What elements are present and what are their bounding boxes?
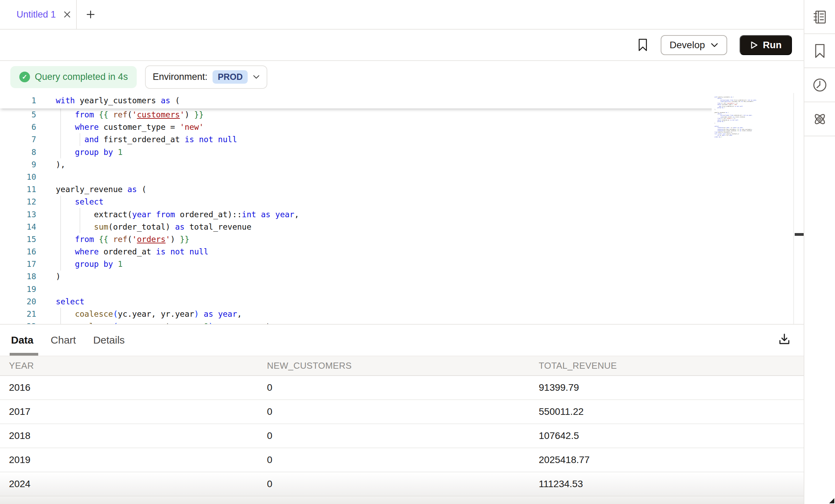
environment-selector[interactable]: Environment: PROD [145,65,267,89]
notebook-panel-button[interactable] [804,0,835,34]
table-cell: 0 [267,430,539,441]
sql-editor[interactable]: 5 from {{ ref('customers') }}6 where cus… [0,93,804,324]
main-column: Untitled 1 Develop [0,0,804,504]
table-header-row: YEARNEW_CUSTOMERSTOTAL_REVENUE [0,356,804,376]
code-line[interactable]: 15 from {{ ref('orders') }} [0,233,804,245]
table-cell: 107642.5 [539,430,804,441]
check-icon: ✓ [19,72,30,82]
line-number: 8 [0,146,36,158]
history-panel-button[interactable] [804,68,835,102]
download-results-button[interactable] [777,332,791,347]
code-line[interactable]: 20select [0,295,804,308]
notebook-icon [812,9,828,25]
table-cell: 2017 [0,406,267,417]
close-icon[interactable] [63,10,72,19]
line-number: 11 [0,183,36,196]
line-number: 20 [0,295,36,308]
extension-panel-button[interactable] [804,102,835,136]
run-label: Run [763,40,782,51]
line-number: 5 [0,108,36,121]
download-icon [777,332,791,346]
indent-guide [60,196,61,271]
code-line[interactable]: 6 where customer_type = 'new' [0,121,804,133]
chevron-down-icon [711,43,718,48]
column-header: NEW_CUSTOMERS [267,360,539,371]
table-row[interactable]: 20240111234.53 [0,472,804,496]
tab-details-label: Details [93,334,125,346]
environment-badge: PROD [213,70,248,84]
table-row[interactable]: 20170550011.22 [0,400,804,424]
results-tab-bar: Data Chart Details [0,325,804,356]
table-cell: 2024 [0,479,267,490]
code-line[interactable]: 10 [0,171,804,183]
line-number: 15 [0,233,36,245]
code-line[interactable]: 18) [0,270,804,283]
table-cell: 91399.79 [539,382,804,393]
results-panel: Data Chart Details YEARNEW_CUSTOMERSTOTA… [0,324,804,504]
run-button[interactable]: Run [740,35,792,55]
indent-guide [80,208,80,233]
toolbar: Develop Run [0,30,804,61]
table-cell: 111234.53 [539,479,804,490]
code-line[interactable]: 9), [0,158,804,171]
code-line[interactable]: 11yearly_revenue as ( [0,183,804,196]
bookmark-button[interactable] [637,38,648,52]
table-cell: 2018 [0,430,267,441]
develop-label: Develop [670,40,705,51]
resize-handle[interactable] [829,498,834,503]
table-cell: 550011.22 [539,406,804,417]
line-number: 13 [0,208,36,221]
status-row: ✓ Query completed in 4s Environment: PRO… [0,61,804,93]
tab-chart-label: Chart [51,334,76,346]
code-line[interactable]: 14 sum(order_total) as total_revenue [0,221,804,233]
indent-guide [60,308,61,324]
tab-untitled-1[interactable]: Untitled 1 [0,0,77,29]
bookmarks-panel-button[interactable] [804,34,835,68]
chevron-down-icon [253,75,260,79]
line-number: 7 [0,133,36,146]
scrollbar-thumb[interactable] [795,233,804,236]
line-number: 1 [0,93,36,108]
table-body: 2016091399.7920170550011.2220180107642.5… [0,376,804,496]
code-line[interactable]: 17 group by 1 [0,258,804,270]
editor-scrollbar[interactable] [793,93,804,324]
sticky-scroll-line[interactable]: 1with yearly_customers as ( [0,93,804,108]
tab-chart[interactable]: Chart [51,325,76,356]
code-line[interactable]: 5 from {{ ref('customers') }} [0,108,804,121]
code-line[interactable]: 19 [0,283,804,295]
line-number: 22 [0,320,36,324]
line-number: 21 [0,308,36,320]
develop-button[interactable]: Develop [661,35,727,55]
line-number: 12 [0,196,36,208]
line-number: 17 [0,258,36,270]
code-line[interactable]: 21 coalesce(yc.year, yr.year) as year, [0,308,804,320]
code-lines[interactable]: 5 from {{ ref('customers') }}6 where cus… [0,108,804,324]
app-window: Untitled 1 Develop [0,0,835,504]
table-row[interactable]: 20180107642.5 [0,424,804,448]
code-line[interactable]: 22 coalesce(yc.new_customers, 0) as new_… [0,320,804,324]
code-line[interactable]: 7 and first_ordered_at is not null [0,133,804,146]
table-row[interactable]: 2016091399.79 [0,376,804,400]
bookmark-icon [637,38,648,52]
horizontal-scrollbar-track[interactable] [0,496,804,504]
code-line[interactable]: 12 select [0,196,804,208]
code-line[interactable]: 8 group by 1 [0,146,804,158]
tab-details[interactable]: Details [93,325,125,356]
table-cell: 0 [267,382,539,393]
editor-minimap[interactable]: with yearly_customers as ( select extrac… [712,93,793,324]
line-number: 18 [0,270,36,283]
table-cell: 2016 [0,382,267,393]
table-row[interactable]: 201902025418.77 [0,448,804,472]
table-cell: 0 [267,479,539,490]
code-line[interactable]: 16 where ordered_at is not null [0,245,804,258]
tab-data[interactable]: Data [11,325,33,356]
history-icon [812,77,828,93]
line-number: 19 [0,283,36,295]
indent-guide [60,108,61,158]
line-number: 6 [0,121,36,133]
column-header: TOTAL_REVENUE [539,360,804,371]
code-line[interactable]: 13 extract(year from ordered_at)::int as… [0,208,804,221]
new-tab-button[interactable] [77,0,104,29]
plus-icon [85,9,96,20]
bookmark-icon [813,43,827,59]
